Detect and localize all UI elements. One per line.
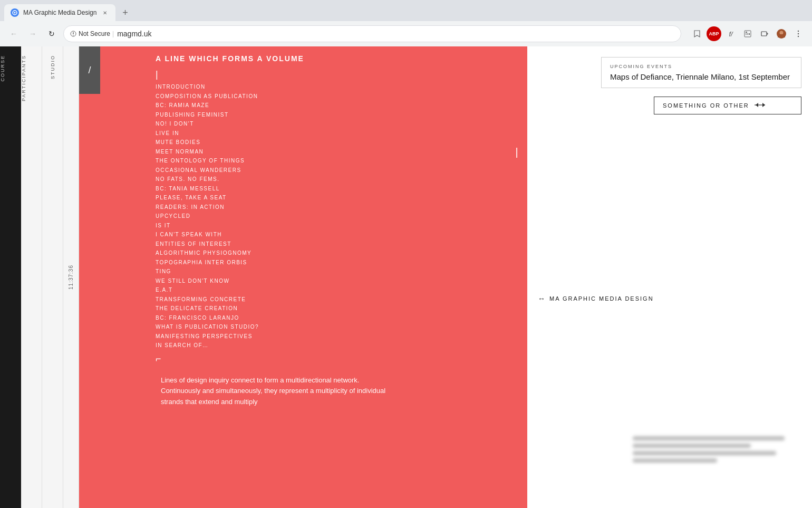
right-bracket: | (515, 146, 518, 158)
active-tab[interactable]: MA Graphic Media Design ✕ (4, 4, 115, 21)
list-item[interactable]: MEET NORMAN (156, 147, 517, 157)
svg-rect-10 (747, 34, 748, 35)
ma-label: MA GRAPHIC MEDIA DESIGN (549, 295, 654, 302)
time-sidebar: 11:37:36 (63, 46, 79, 508)
list-item[interactable]: OCCASIONAL WANDERERS (156, 166, 517, 175)
left-sidebar: COURSE (0, 46, 21, 508)
adblock-icon[interactable]: ABP (707, 26, 721, 41)
list-item[interactable]: IS IT (156, 221, 517, 231)
url-text: magmd.uk (117, 30, 151, 38)
blurred-content-area (633, 436, 801, 466)
list-item[interactable]: MANIFESTING PERSPECTIVES (156, 332, 517, 341)
participants-label[interactable]: PARTICIPANTS (21, 46, 42, 110)
list-item[interactable]: BC: TANIA MESSELL (156, 184, 517, 194)
list-item[interactable]: IN SEARCH OF… (156, 341, 517, 350)
tab-favicon (11, 8, 19, 17)
list-item[interactable]: PLEASE, TAKE A SEAT (156, 193, 517, 203)
close-bracket-symbol: ⌐ (156, 353, 517, 365)
refresh-button[interactable]: ↻ (44, 26, 59, 41)
list-item[interactable]: THE ONTOLOGY OF THINGS (156, 156, 517, 166)
back-button[interactable]: ← (6, 26, 21, 41)
new-tab-button[interactable]: + (118, 5, 132, 20)
something-arrow-icon (755, 101, 766, 110)
list-item[interactable]: NO! I DON'T (156, 119, 517, 129)
red-extension: | (504, 94, 527, 210)
list-item[interactable]: ALGORITHMIC PHYSIOGNOMY (156, 248, 517, 258)
blurred-line-3 (633, 451, 776, 455)
svg-rect-11 (749, 33, 750, 35)
svg-rect-6 (746, 32, 747, 33)
second-sidebar: PARTICIPANTS (21, 46, 42, 508)
upcoming-events-box: UPCOMING EVENTS Maps of Defiance, Trienn… (601, 57, 801, 88)
calc-icon[interactable] (740, 26, 755, 41)
list-item[interactable]: TING (156, 267, 517, 276)
list-item[interactable]: WHAT IS PUBLICATION STUDIO? (156, 322, 517, 332)
profile-icon[interactable] (774, 26, 789, 41)
list-item[interactable]: INTRODUCTION (156, 82, 517, 92)
page-content: COURSE PARTICIPANTS STUDIO 11:37:36 / A … (0, 46, 812, 508)
studio-label[interactable]: STUDIO (50, 46, 55, 88)
upcoming-events-label: UPCOMING EVENTS (610, 64, 792, 69)
list-item[interactable]: MUTE BODIES (156, 138, 517, 147)
url-bar[interactable]: Not Secure | magmd.uk (63, 25, 681, 42)
something-label: SOMETHING OR OTHER (663, 102, 749, 109)
ma-graphic-media-design-link[interactable]: ↔ MA GRAPHIC MEDIA DESIGN (538, 221, 801, 376)
volume-title: A LINE WHICH FORMS A VOLUME (156, 54, 517, 63)
list-item[interactable]: WE STILL DON'T KNOW (156, 276, 517, 286)
tab-title: MA Graphic Media Design (23, 9, 96, 16)
menu-icon[interactable] (791, 26, 806, 41)
description-text: Lines of design inquiry connect to form … (161, 375, 398, 408)
list-item[interactable]: THE DELICATE CREATION (156, 304, 517, 313)
dark-header-box: / (79, 46, 100, 94)
list-item[interactable]: E.A.T (156, 285, 517, 295)
list-item[interactable]: UPCYCLED (156, 212, 517, 221)
forward-button[interactable]: → (25, 26, 40, 41)
extension-icon[interactable] (757, 26, 772, 41)
svg-rect-8 (746, 34, 747, 35)
list-item[interactable]: TOPOGRAPHIA INTER ORBIS (156, 258, 517, 267)
something-or-other-button[interactable]: SOMETHING OR OTHER (654, 97, 801, 114)
list-item[interactable]: BC: FRANCISCO LARANJO (156, 313, 517, 323)
list-item[interactable]: BC: RAMIA MAZE (156, 101, 517, 110)
address-bar: ← → ↻ Not Secure | magmd.uk ABP f/ (0, 21, 812, 46)
svg-point-14 (780, 31, 784, 35)
time-display: 11:37:36 (68, 265, 74, 290)
list-item[interactable]: TRANSFORMING CONCRETE (156, 295, 517, 304)
svg-rect-12 (761, 32, 767, 36)
tab-bar: MA Graphic Media Design ✕ + (0, 0, 812, 21)
blurred-line-4 (633, 458, 717, 463)
list-item[interactable]: READERS: IN ACTION (156, 203, 517, 212)
right-panel: UPCOMING EVENTS Maps of Defiance, Trienn… (527, 46, 812, 508)
svg-rect-7 (746, 33, 747, 34)
list-item[interactable]: NO FATS. NO FEMS. (156, 175, 517, 184)
svg-point-15 (798, 31, 799, 32)
list-item[interactable]: LIVE IN (156, 129, 517, 138)
svg-marker-20 (756, 103, 758, 107)
main-red-area: / A LINE WHICH FORMS A VOLUME | INTRODUC… (79, 46, 527, 508)
formula-icon[interactable]: f/ (723, 26, 738, 41)
svg-marker-19 (762, 103, 765, 107)
svg-point-16 (798, 33, 799, 34)
blurred-line-1 (633, 436, 785, 440)
security-indicator: Not Secure | (70, 30, 114, 37)
ma-arrow-icon: ↔ (538, 294, 545, 303)
toolbar-icons: ABP f/ (690, 26, 806, 41)
blurred-line-2 (633, 444, 751, 448)
svg-point-1 (14, 12, 16, 14)
content-list: INTRODUCTION COMPOSITION AS PUBLICATION … (156, 82, 517, 350)
tab-close-button[interactable]: ✕ (101, 8, 109, 17)
svg-point-17 (798, 36, 799, 37)
list-item[interactable]: ENTITIES OF INTEREST (156, 239, 517, 249)
svg-point-4 (73, 35, 73, 35)
list-item[interactable]: COMPOSITION AS PUBLICATION (156, 92, 517, 101)
bookmark-icon[interactable] (690, 26, 704, 41)
course-label[interactable]: COURSE (0, 46, 21, 90)
not-secure-label: Not Secure (79, 30, 110, 37)
upcoming-events-title: Maps of Defiance, Triennale Milano, 1st … (610, 72, 792, 81)
third-sidebar: STUDIO (42, 46, 63, 508)
list-item[interactable]: PUBLISHING FEMINIST (156, 110, 517, 120)
open-bracket-symbol: | (156, 69, 517, 80)
list-item[interactable]: I CAN'T SPEAK WITH (156, 230, 517, 239)
bracket-symbol: / (88, 65, 91, 76)
svg-rect-9 (747, 33, 748, 34)
